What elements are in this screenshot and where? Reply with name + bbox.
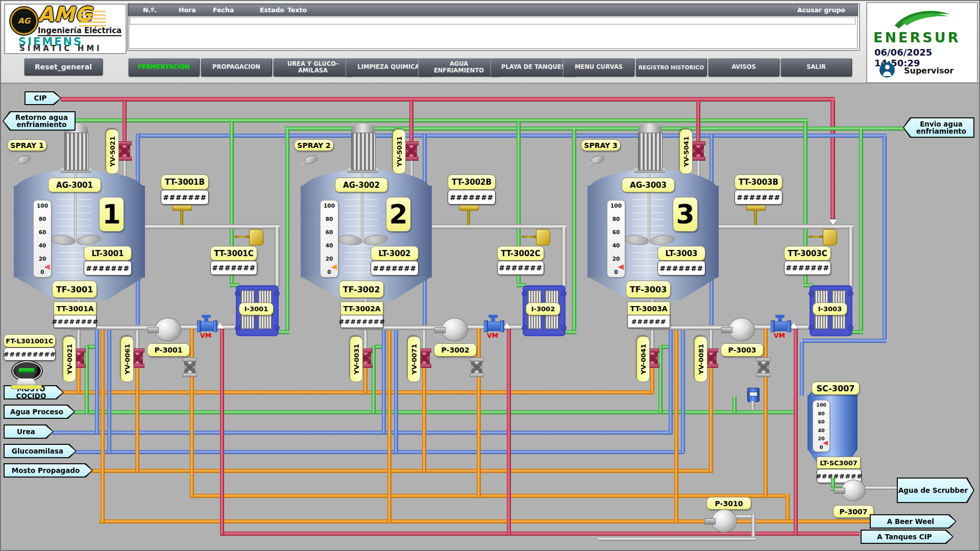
- flag-glucoamilasa: Glucoamilasa: [4, 444, 77, 458]
- pump-3010-tag: P-3010: [706, 497, 751, 510]
- decor: [848, 325, 853, 331]
- flowmeter-tag: FT-L301001C: [4, 334, 56, 347]
- pipe: [848, 227, 853, 287]
- decor: 60: [818, 419, 824, 424]
- decor: 0: [614, 269, 618, 275]
- decor: Glucoamilasa: [5, 445, 76, 457]
- decor: [775, 315, 785, 318]
- decor: [750, 401, 755, 409]
- hmi-screen: AG AMG Ingeniería Eléctrica SIEMENS SIMA…: [0, 0, 980, 551]
- pipe: [764, 329, 768, 497]
- pipe: [598, 537, 755, 541]
- pipe: [863, 486, 898, 490]
- pipe: [709, 365, 713, 472]
- pump-3010[interactable]: [712, 509, 737, 533]
- decor: Urea: [5, 425, 53, 438]
- pipe: [794, 329, 798, 535]
- scrubber-pump-tag: P-3007: [833, 505, 874, 518]
- agitator-motor-icon: [638, 133, 663, 170]
- decor: 40: [612, 242, 620, 248]
- pipe: [669, 330, 673, 434]
- return-valve-label: YV-0081: [694, 336, 707, 382]
- decor: Envio agua enfriamiento: [904, 118, 973, 137]
- suction-valve-label: YV-0041: [636, 336, 650, 382]
- decor: 80: [818, 411, 824, 416]
- pipe: [859, 129, 863, 334]
- temp-b-tag: TT-3003B: [734, 174, 782, 190]
- recirculation-pump[interactable]: [728, 318, 755, 341]
- temp-b-value: #######: [734, 190, 782, 205]
- cip-spray-valve[interactable]: [693, 143, 704, 159]
- temp-a-tag: TT-3003A: [627, 302, 670, 315]
- decor: 20: [818, 436, 824, 441]
- scrubber-level-tag: LT-SC3007: [817, 457, 861, 469]
- discharge-check-valve[interactable]: [758, 359, 769, 375]
- level-transmitter-tag: LT-3003: [657, 246, 705, 261]
- decor: 0: [820, 444, 823, 450]
- decor: Agua Proceso: [5, 406, 74, 418]
- temp-c-sensor-stem: [808, 236, 824, 238]
- pipe: [650, 365, 654, 393]
- decor: [848, 291, 853, 296]
- decor: Agua de Scrubber: [898, 479, 973, 502]
- flag-retorno-agua: Retorno agua enfriamiento: [3, 111, 76, 131]
- decor: 80: [612, 216, 620, 222]
- pipe: [681, 330, 685, 453]
- decor: 100: [816, 402, 826, 408]
- tank-number-badge: 3: [673, 197, 698, 232]
- temp-c-value: #######: [784, 261, 831, 275]
- vm-valve-label: VM: [774, 332, 785, 339]
- pipe: [674, 330, 678, 522]
- flag-tanques-cip: A Tanques CIP: [861, 530, 953, 544]
- decor: 100: [610, 203, 622, 209]
- pump-tag: P-3003: [721, 343, 764, 357]
- flag-urea: Urea: [4, 424, 54, 439]
- decor: CIP: [26, 92, 60, 104]
- flag-envio-agua: Envio agua enfriamiento: [903, 117, 974, 138]
- temp-c-tag: TT-3003C: [784, 246, 831, 261]
- decor: 40: [818, 428, 824, 433]
- decor: 60: [612, 229, 620, 235]
- flag-mosto-propagado: Mosto Propagado: [4, 463, 93, 478]
- decor: [808, 325, 814, 331]
- agitator-tag: AG-3003: [622, 178, 675, 192]
- decor: A Beer Weel: [871, 515, 955, 528]
- decor: A Tanques CIP: [862, 531, 952, 543]
- decor: [749, 392, 757, 396]
- vm-valve[interactable]: [771, 321, 791, 331]
- decor: [808, 291, 814, 296]
- pipe: [751, 514, 755, 540]
- flag-agua-scrubber: Agua de Scrubber: [897, 478, 974, 503]
- spray-nozzle-cone: [587, 159, 594, 165]
- pipe: [696, 101, 700, 147]
- pipe: [697, 158, 700, 178]
- flowmeter-value: #########: [4, 347, 56, 361]
- decor: 20: [612, 256, 620, 262]
- temp-c-sensor-icon: [823, 229, 837, 245]
- flag-cip: CIP: [24, 91, 61, 105]
- temp-b-sensor-stem: [754, 210, 757, 225]
- scrubber-pump[interactable]: [841, 480, 866, 501]
- pipe: [658, 346, 663, 413]
- pipe: [719, 224, 853, 229]
- decor: Mosto Propagado: [5, 464, 92, 477]
- decor: [11, 385, 42, 389]
- flag-beer-weel: A Beer Weel: [870, 514, 957, 529]
- heat-exchanger-tag: I-3003: [813, 303, 847, 315]
- cone-tag: TF-3003: [626, 281, 671, 298]
- scrubber-tag: SC-3007: [812, 382, 860, 395]
- spray-label: SPRAY 3: [581, 139, 621, 151]
- valve-top-label: YV-5041: [679, 129, 693, 174]
- level-value: #######: [657, 261, 705, 276]
- flag-agua-proceso: Agua Proceso: [4, 405, 75, 419]
- decor: Retorno agua enfriamiento: [4, 112, 75, 130]
- temp-a-value: ######: [627, 315, 670, 328]
- flowmeter-display: [18, 368, 35, 373]
